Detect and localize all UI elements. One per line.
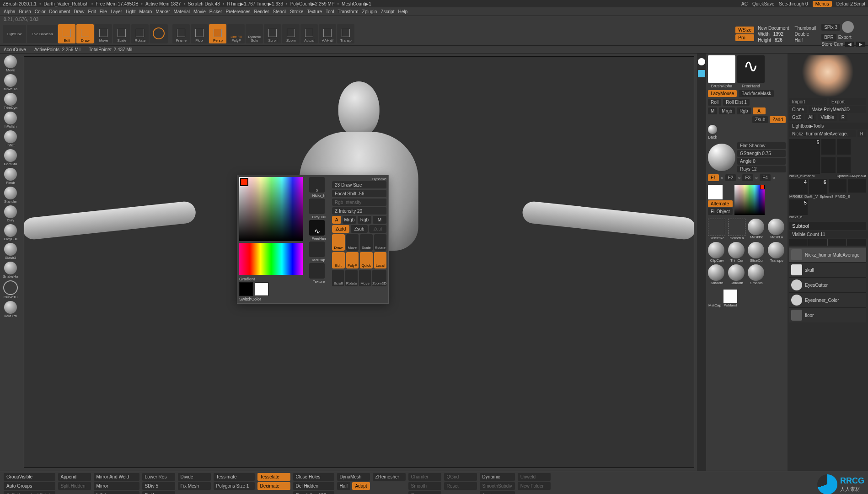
- popup-rotate-nav-button[interactable]: Rotate: [345, 270, 357, 286]
- inflate-button[interactable]: Inflate: [94, 491, 139, 494]
- color-picker-main[interactable]: [239, 177, 303, 241]
- popup-stroke-slot[interactable]: ∿: [309, 220, 325, 236]
- popup-local-button[interactable]: Local: [374, 252, 387, 268]
- subtool-toolbar-btn[interactable]: [829, 239, 847, 246]
- menus-button[interactable]: Menus: [813, 1, 832, 7]
- brush-hpolish[interactable]: hPolish: [4, 112, 17, 129]
- autogroups-button[interactable]: Auto Groups: [4, 482, 55, 490]
- mrgb-chip[interactable]: Mrgb: [719, 107, 735, 114]
- move-mode-button[interactable]: Move: [95, 24, 112, 43]
- solo-button[interactable]: DynamicSolo: [246, 24, 263, 43]
- f3-chip[interactable]: F3: [742, 174, 753, 181]
- tool-thumb-nickz[interactable]: 5: [789, 199, 808, 215]
- menu-marker[interactable]: Marker: [155, 9, 170, 14]
- dynamic-button[interactable]: Dynamic: [480, 473, 515, 481]
- color-swatch-white[interactable]: [255, 282, 268, 296]
- pro-chip[interactable]: Pro: [735, 34, 754, 41]
- zremesher-button[interactable]: ZRemesher: [373, 473, 406, 481]
- subtool-row[interactable]: skull: [789, 262, 866, 277]
- draw-mode-button[interactable]: Draw: [76, 24, 94, 43]
- menu-stroke[interactable]: Stroke: [290, 9, 303, 14]
- tool-thumb-mrgbz[interactable]: 4: [789, 179, 808, 194]
- menu-color[interactable]: Color: [35, 9, 46, 14]
- popup-move-nav-button[interactable]: Move: [359, 270, 371, 286]
- alternate-chip[interactable]: Alternate: [708, 200, 733, 207]
- tool-masklasso[interactable]: [768, 219, 784, 235]
- persp-button[interactable]: Persp: [209, 24, 226, 43]
- coverage-button[interactable]: Coverage: [408, 491, 441, 494]
- popup-scroll-button[interactable]: Scroll: [332, 270, 344, 286]
- menu-render[interactable]: Render: [254, 9, 269, 14]
- scroll-button[interactable]: Scroll: [264, 24, 281, 43]
- rgb-intensity-slider[interactable]: Rgb Intensity: [332, 199, 386, 206]
- brush-trimdyn[interactable]: TrimDyn: [4, 93, 17, 110]
- visible-count-slider[interactable]: Visible Count 11: [789, 231, 868, 238]
- brush-alpha-tile[interactable]: [708, 55, 735, 83]
- smoothsubdiv-button[interactable]: SmoothSubdiv: [480, 482, 515, 490]
- viewport[interactable]: Gradient SwitchColor 5 Nickz_h ClayBuil: [24, 56, 694, 468]
- popup-m-chip[interactable]: M: [373, 216, 386, 224]
- qgrid-button[interactable]: QGrid: [444, 473, 477, 481]
- bpr-button[interactable]: BPR: [821, 34, 836, 41]
- store-cam-button[interactable]: Store Cam: [821, 42, 843, 47]
- popup-draw-button[interactable]: Draw: [332, 234, 345, 251]
- a-chip[interactable]: A: [753, 107, 766, 114]
- mini-color-picker[interactable]: [734, 185, 765, 215]
- popup-quick-button[interactable]: Quick: [360, 252, 373, 268]
- goz-all-button[interactable]: All: [805, 114, 816, 121]
- split-unmasked-button[interactable]: Split Unmasked Points: [4, 491, 55, 494]
- unweld-button[interactable]: Unweld: [518, 473, 551, 481]
- goz-button[interactable]: GoZ: [789, 114, 804, 121]
- brush-standard[interactable]: Standar: [4, 187, 17, 204]
- menu-help[interactable]: Help: [398, 9, 407, 14]
- m-chip[interactable]: M: [708, 107, 717, 114]
- tool-thumb-darthv[interactable]: 6: [809, 179, 827, 194]
- popup-a-chip[interactable]: A: [332, 216, 341, 224]
- zsub-chip[interactable]: Zsub: [752, 116, 768, 123]
- tool-maskpen[interactable]: [748, 219, 764, 235]
- backface-chip[interactable]: BackfaceMask: [739, 90, 774, 97]
- tool-trimcurve[interactable]: [728, 242, 745, 258]
- brush-damstandard[interactable]: DamSta: [4, 149, 17, 166]
- subtool-row[interactable]: EyesOutter: [789, 277, 866, 292]
- edit-mode-button[interactable]: Edit: [58, 24, 75, 43]
- gstrength-slider[interactable]: GStrength 0.75: [737, 150, 786, 157]
- brush-inflate[interactable]: Inflat: [4, 130, 17, 147]
- menu-light[interactable]: Light: [126, 9, 136, 14]
- popup-mrgb-chip[interactable]: Mrgb: [343, 216, 356, 224]
- divide-button[interactable]: Divide: [178, 473, 211, 481]
- menu-alpha[interactable]: Alpha: [4, 9, 16, 14]
- tool-smooth2[interactable]: [728, 264, 745, 281]
- popup-matcap-slot[interactable]: [309, 242, 325, 257]
- pen-icon[interactable]: [698, 58, 705, 65]
- gizmo-circle-button[interactable]: [150, 24, 168, 43]
- aahalf-button[interactable]: AAHalf: [319, 24, 336, 43]
- seethrough-slider[interactable]: See-through 0: [779, 1, 808, 6]
- brush-pinch[interactable]: Pinch: [4, 168, 17, 185]
- resolution-slider[interactable]: Resolution 128: [293, 491, 334, 494]
- color-swatch-black[interactable]: [239, 282, 253, 296]
- popup-zcut-chip[interactable]: Zcut: [369, 225, 386, 233]
- menu-tool[interactable]: Tool: [326, 9, 334, 14]
- default-zscript[interactable]: DefaultZScript: [836, 1, 865, 6]
- popup-move-button[interactable]: Move: [346, 234, 359, 251]
- import-button[interactable]: Import: [789, 98, 827, 105]
- mirror-weld-button[interactable]: Mirror And Weld: [94, 473, 139, 481]
- cam-prev-button[interactable]: ◀: [845, 42, 854, 47]
- lower-res-button[interactable]: Lower Res: [142, 473, 175, 481]
- menu-zscript[interactable]: Zscript: [380, 9, 394, 14]
- matcap-slot[interactable]: [708, 290, 722, 303]
- append-button[interactable]: Append: [58, 473, 91, 481]
- popup-rgb-chip[interactable]: Rgb: [358, 216, 371, 224]
- new-folder-button[interactable]: New Folder: [518, 482, 551, 490]
- popup-rotate-button[interactable]: Rotate: [374, 234, 387, 251]
- dynamesh-button[interactable]: DynaMesh: [337, 473, 370, 481]
- tool-slicecurve[interactable]: [748, 242, 764, 258]
- subtool-toolbar-btn[interactable]: [848, 239, 866, 246]
- split-hidden-button[interactable]: Split Hidden: [58, 482, 91, 490]
- tool-thumb-pm3ds[interactable]: [848, 179, 866, 193]
- del-lower-button[interactable]: Del Lower: [142, 491, 175, 494]
- popup-polyf-button[interactable]: PolyF: [346, 252, 359, 268]
- f1-chip[interactable]: F1: [708, 174, 719, 181]
- tool-smooth[interactable]: [708, 264, 724, 281]
